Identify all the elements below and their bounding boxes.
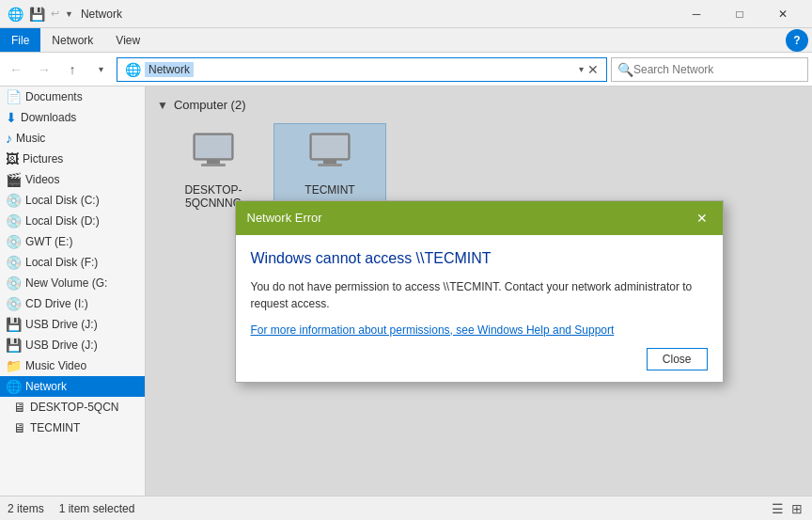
sidebar-item-newvol-g[interactable]: 💿 New Volume (G: xyxy=(0,273,145,293)
ribbon: File Network View ? xyxy=(0,28,812,53)
item-count: 2 items xyxy=(8,502,44,515)
modal-header: Network Error ✕ xyxy=(236,201,723,235)
sidebar-item-documents[interactable]: 📄 Documents xyxy=(0,87,145,107)
address-location-icon: 🌐 xyxy=(125,62,141,77)
back-button[interactable]: ← xyxy=(4,57,28,82)
modal-help-link[interactable]: For more information about permissions, … xyxy=(251,323,615,337)
sidebar-item-network[interactable]: 🌐 Network xyxy=(0,376,145,397)
modal-footer: Close xyxy=(236,337,723,382)
sidebar-item-downloads[interactable]: ⬇ Downloads xyxy=(0,107,145,128)
undo-icon: ↩ xyxy=(51,8,59,20)
quick-access-icon: 💾 xyxy=(29,7,45,22)
ribbon-tab-view[interactable]: View xyxy=(104,28,151,52)
search-box[interactable]: 🔍 xyxy=(611,57,808,82)
videos-icon: 🎬 xyxy=(6,172,22,187)
dropdown-icon: ▼ xyxy=(65,9,73,19)
network-icon: 🌐 xyxy=(6,379,22,394)
sidebar-item-pictures[interactable]: 🖼 Pictures xyxy=(0,149,145,169)
help-button[interactable]: ? xyxy=(786,29,808,52)
sidebar-item-usb-j1[interactable]: 💾 USB Drive (J:) xyxy=(0,314,145,335)
ribbon-tab-network[interactable]: Network xyxy=(40,28,104,52)
address-field[interactable]: 🌐 Network ▾ ✕ xyxy=(117,57,607,82)
drive-d-icon: 💿 xyxy=(6,213,22,228)
main-layout: 📄 Documents ⬇ Downloads ♪ Music 🖼 Pictur… xyxy=(0,87,812,496)
usb-j1-icon: 💾 xyxy=(6,317,22,332)
address-clear-button[interactable]: ✕ xyxy=(587,62,599,77)
drive-f-icon: 💿 xyxy=(6,255,22,270)
sidebar-item-usb-j2[interactable]: 💾 USB Drive (J:) xyxy=(0,335,145,355)
address-text: Network xyxy=(145,62,194,77)
app-icon: 🌐 xyxy=(8,7,23,22)
search-input[interactable] xyxy=(633,63,802,76)
view-details-button[interactable]: ☰ xyxy=(770,499,786,518)
address-dropdown-icon[interactable]: ▾ xyxy=(579,64,584,74)
modal-header-title: Network Error xyxy=(247,211,322,225)
modal-close-x-button[interactable]: ✕ xyxy=(693,209,711,228)
sidebar-item-gwt-e[interactable]: 💿 GWT (E:) xyxy=(0,231,145,252)
address-bar: ← → ↑ ▾ 🌐 Network ▾ ✕ 🔍 xyxy=(0,53,812,87)
item-selected: 1 item selected xyxy=(59,502,135,515)
sidebar-item-local-f[interactable]: 💿 Local Disk (F:) xyxy=(0,252,145,273)
network-error-modal: Network Error ✕ Windows cannot access \\… xyxy=(235,200,724,383)
desktop-5qcn-icon: 🖥 xyxy=(13,400,26,415)
title-bar-title: Network xyxy=(81,8,122,21)
sidebar: 📄 Documents ⬇ Downloads ♪ Music 🖼 Pictur… xyxy=(0,87,146,496)
sidebar-item-local-d[interactable]: 💿 Local Disk (D:) xyxy=(0,211,145,231)
usb-j2-icon: 💾 xyxy=(6,338,22,353)
drive-c-icon: 💿 xyxy=(6,193,22,208)
tecmint-icon: 🖥 xyxy=(13,420,26,435)
modal-body: Windows cannot access \\TECMINT You do n… xyxy=(236,235,723,337)
music-icon: ♪ xyxy=(6,131,12,146)
sidebar-item-music-video[interactable]: 📁 Music Video xyxy=(0,355,145,376)
music-video-icon: 📁 xyxy=(6,358,22,373)
ribbon-tab-file[interactable]: File xyxy=(0,28,40,52)
drive-e-icon: 💿 xyxy=(6,234,22,249)
minimize-button[interactable]: ─ xyxy=(675,0,718,28)
maximize-button[interactable]: □ xyxy=(718,0,761,28)
drive-g-icon: 💿 xyxy=(6,276,22,291)
forward-button[interactable]: → xyxy=(32,57,56,82)
sidebar-item-videos[interactable]: 🎬 Videos xyxy=(0,169,145,190)
sidebar-item-desktop5qcn[interactable]: 🖥 DESKTOP-5QCN xyxy=(0,397,145,418)
documents-icon: 📄 xyxy=(6,89,22,104)
title-bar: 🌐 💾 ↩ ▼ Network ─ □ ✕ xyxy=(0,0,812,28)
title-bar-icons: 🌐 💾 ↩ ▼ xyxy=(8,7,73,22)
status-bar-right: ☰ ⊞ xyxy=(770,499,804,518)
modal-description: You do not have permission to access \\T… xyxy=(251,278,708,312)
sidebar-item-music[interactable]: ♪ Music xyxy=(0,128,145,149)
content-area: ▼ Computer (2) DESKTOP-5QCNNNO xyxy=(146,87,812,496)
sidebar-item-local-c[interactable]: 💿 Local Disk (C:) xyxy=(0,190,145,211)
address-content: 🌐 Network xyxy=(125,62,579,77)
pictures-icon: 🖼 xyxy=(6,151,19,166)
view-icons-button[interactable]: ⊞ xyxy=(789,499,804,518)
close-button[interactable]: ✕ xyxy=(761,0,804,28)
modal-title-text: Windows cannot access \\TECMINT xyxy=(251,250,708,267)
downloads-icon: ⬇ xyxy=(6,110,17,125)
up-button[interactable]: ↑ xyxy=(60,57,85,82)
title-bar-controls: ─ □ ✕ xyxy=(675,0,804,28)
modal-overlay: Network Error ✕ Windows cannot access \\… xyxy=(146,87,812,496)
sidebar-item-cd-i[interactable]: 💿 CD Drive (I:) xyxy=(0,293,145,314)
recent-locations-button[interactable]: ▾ xyxy=(88,57,113,82)
sidebar-item-tecmint[interactable]: 🖥 TECMINT xyxy=(0,418,145,438)
status-bar: 2 items 1 item selected ☰ ⊞ xyxy=(0,496,812,520)
modal-close-button[interactable]: Close xyxy=(647,348,708,370)
search-icon: 🔍 xyxy=(617,62,633,77)
cdrom-icon: 💿 xyxy=(6,296,22,311)
